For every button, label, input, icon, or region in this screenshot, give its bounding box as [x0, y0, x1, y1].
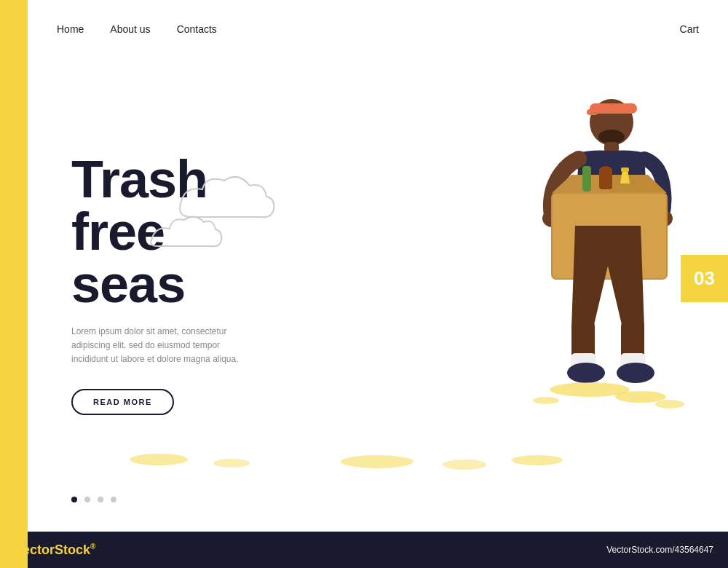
nav-item-contacts[interactable]: Contacts	[177, 23, 217, 36]
navbar: Home About us Contacts Cart	[28, 0, 728, 58]
dot-2[interactable]	[84, 497, 90, 502]
nav-item-home[interactable]: Home	[57, 23, 84, 36]
svg-point-27	[213, 459, 250, 468]
main-content: Trash free seas Lorem ipsum dolor sit am…	[28, 58, 728, 524]
hero-description: Lorem ipsum dolor sit amet, consectetur …	[71, 325, 239, 367]
svg-rect-13	[621, 167, 629, 172]
svg-rect-12	[599, 167, 612, 189]
clouds-illustration	[137, 160, 282, 258]
footer-url: VectorStock.com/43564647	[606, 545, 713, 555]
dot-4[interactable]	[111, 497, 116, 502]
slide-number-box: 03	[681, 255, 728, 302]
svg-point-30	[512, 455, 563, 465]
dot-1[interactable]	[71, 497, 77, 502]
left-accent-bar	[0, 0, 28, 568]
svg-point-29	[443, 459, 486, 470]
svg-rect-2	[587, 109, 598, 115]
read-more-button[interactable]: READ MORE	[71, 389, 174, 415]
cart-link[interactable]: Cart	[680, 23, 699, 35]
svg-point-24	[655, 400, 684, 409]
nav-item-about[interactable]: About us	[110, 23, 150, 36]
svg-point-28	[341, 455, 414, 468]
svg-point-23	[615, 391, 666, 403]
svg-point-25	[533, 397, 559, 404]
nav-links: Home About us Contacts	[57, 23, 217, 36]
ground-decoration	[86, 441, 670, 473]
dot-3[interactable]	[98, 497, 103, 502]
svg-point-26	[130, 454, 188, 465]
svg-rect-19	[568, 366, 604, 379]
svg-rect-21	[617, 366, 654, 379]
footer-watermark: VectorStock® VectorStock.com/43564647	[0, 532, 728, 568]
character-illustration: ♻	[444, 80, 692, 440]
svg-rect-10	[582, 166, 591, 192]
pagination-dots	[71, 497, 116, 502]
